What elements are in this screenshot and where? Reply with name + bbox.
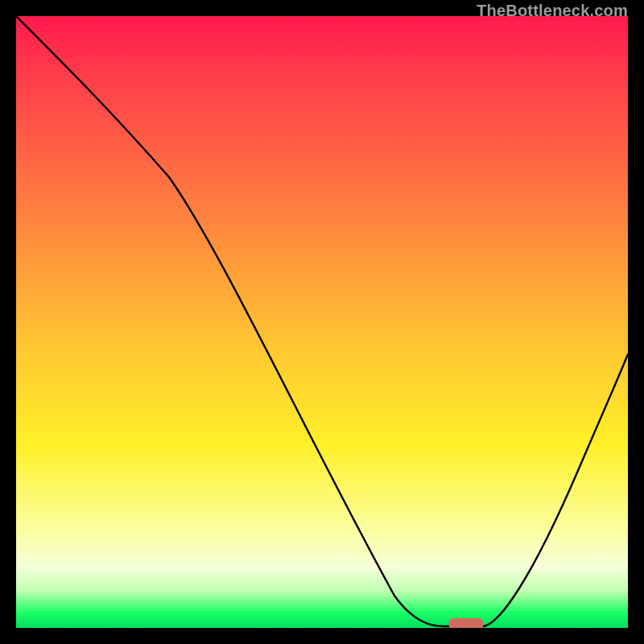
chart-frame: TheBottleneck.com [0, 0, 644, 644]
chart-svg [16, 16, 628, 628]
plot-area [16, 16, 628, 628]
optimal-marker [448, 618, 484, 628]
bottleneck-curve [16, 16, 628, 626]
